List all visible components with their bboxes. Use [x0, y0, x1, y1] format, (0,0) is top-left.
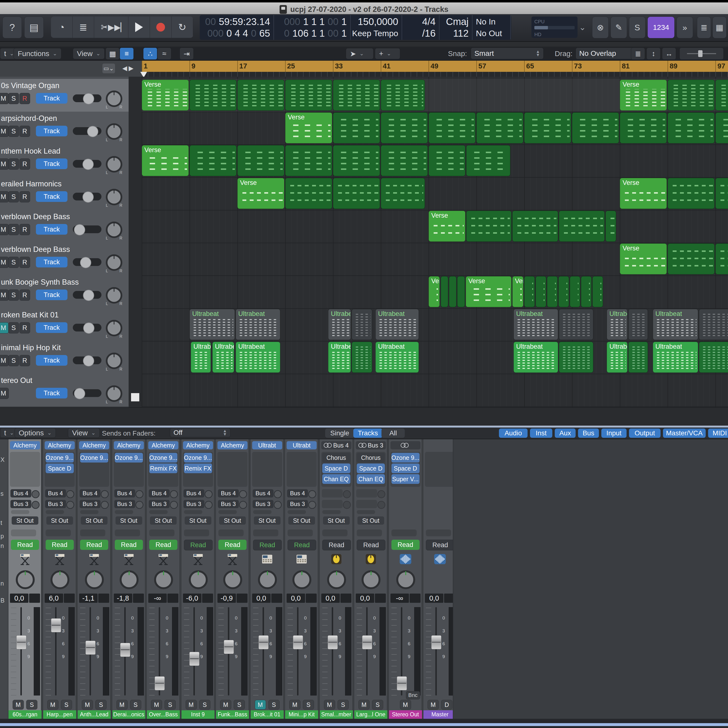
sends-on-faders-dropdown[interactable]: Off▲▼ — [170, 428, 231, 437]
track-s-button[interactable]: S — [8, 224, 19, 235]
region[interactable] — [558, 276, 569, 307]
output-slot[interactable]: St Out — [358, 516, 384, 525]
channel-solo-button[interactable]: S — [338, 700, 349, 710]
mixer-strip[interactable]: Read0,00369MDMaster — [424, 439, 456, 719]
transport-record-button[interactable] — [150, 17, 171, 38]
channel-pan-knob[interactable] — [258, 570, 277, 589]
channel-name[interactable]: Inst 9 — [182, 710, 214, 719]
snap-dropdown[interactable]: Smart▲▼ — [471, 47, 544, 59]
mixer-strip[interactable]: Bus 3ChorusSpace DChan EQSt OutRead0,003… — [354, 439, 387, 719]
volume-fader[interactable] — [120, 643, 130, 657]
send-bus-label[interactable]: Bus 3 — [11, 500, 31, 508]
automation-read-button[interactable]: Read — [253, 540, 282, 551]
track-header[interactable]: unk Boogie Synth BassMSRTrackLR — [0, 275, 128, 309]
track-m-button[interactable]: M — [0, 289, 9, 301]
mixer-strip[interactable]: UltrabtBus 4Bus 3St OutRead0,00369MSMini… — [285, 439, 318, 719]
region[interactable] — [285, 80, 332, 111]
region[interactable]: Ultrabe — [191, 342, 211, 373]
send-slot-empty[interactable] — [321, 489, 352, 498]
send-bus-label[interactable]: Bus 4 — [149, 489, 170, 497]
track-stack-button[interactable]: Track — [36, 191, 67, 202]
send-level-knob[interactable] — [239, 501, 247, 509]
region[interactable]: Verse — [620, 243, 667, 274]
track-m-button[interactable]: M — [0, 322, 9, 333]
region[interactable]: Ultrabeat — [328, 342, 351, 373]
region[interactable] — [428, 112, 476, 144]
send-slot[interactable]: Bus 4 — [217, 489, 248, 498]
region[interactable] — [620, 112, 667, 144]
send-slot-empty[interactable] — [321, 500, 352, 509]
mixer-strip[interactable]: Bus 4ChorusSpace DChan EQSt OutRead0,003… — [320, 439, 353, 719]
channel-solo-button[interactable]: S — [199, 700, 210, 710]
lcd-signature[interactable]: 4/4/16 — [402, 15, 439, 40]
track-volume-slider[interactable] — [73, 258, 101, 266]
audio-fx-plugin[interactable]: Ozone 9... — [149, 453, 177, 462]
track-pan-knob[interactable] — [106, 90, 122, 107]
group-slot[interactable] — [253, 529, 278, 536]
volume-db-value[interactable]: -6,0 — [183, 593, 202, 603]
audio-fx-plugin[interactable]: Chan EQ — [322, 474, 350, 484]
volume-fader[interactable] — [189, 652, 199, 666]
send-slot[interactable]: Bus 3 — [252, 500, 282, 509]
channel-solo-button[interactable]: S — [372, 700, 383, 710]
track-stack-button[interactable]: Track — [36, 126, 67, 136]
track-header[interactable]: verblown Deep BassMSRTrackLR — [0, 243, 128, 276]
volume-db-value[interactable]: -∞ — [390, 593, 409, 603]
track-s-button[interactable]: S — [8, 126, 19, 137]
mixer-filter-tab-bus[interactable]: Bus — [578, 428, 599, 438]
channel-name[interactable]: Mini...p Kit — [285, 710, 318, 719]
region[interactable] — [333, 112, 380, 144]
send-bus-label[interactable]: Bus 3 — [287, 500, 308, 508]
channel-mute-button[interactable]: M — [324, 700, 335, 710]
dial-icon[interactable]: ◔ — [51, 17, 73, 38]
track-header[interactable]: 0s Vintage OrganMSRTrackLR — [0, 79, 128, 112]
instrument-slot[interactable]: Alchemy — [148, 441, 178, 450]
send-bus-label[interactable]: Bus 4 — [218, 489, 239, 497]
group-slot[interactable] — [426, 529, 451, 536]
audio-fx-plugin[interactable]: Ozone 9... — [80, 453, 108, 462]
output-slot[interactable]: St Out — [150, 516, 177, 525]
track-volume-slider[interactable] — [73, 389, 101, 397]
group-slot[interactable] — [184, 529, 209, 536]
region[interactable] — [592, 276, 603, 307]
group-slot[interactable] — [392, 529, 417, 536]
region[interactable] — [572, 112, 619, 144]
automation-read-button[interactable]: Read — [288, 540, 316, 551]
audio-fx-plugin[interactable]: Chorus — [322, 453, 350, 462]
track-m-button[interactable]: M — [0, 224, 9, 235]
send-bus-label[interactable]: Bus 4 — [45, 489, 66, 497]
send-bus-label[interactable]: Bus 3 — [80, 500, 101, 508]
mixer-strip[interactable]: AlchemyOzone 9...Bus 4Bus 3St OutRead-1,… — [78, 439, 111, 719]
audio-fx-plugin[interactable]: Space D — [46, 463, 74, 473]
volume-db-value[interactable]: 0,0 — [356, 593, 374, 603]
channel-solo-button[interactable]: S — [165, 700, 176, 710]
track-volume-slider[interactable] — [73, 324, 101, 332]
volume-db-value[interactable]: 0,0 — [252, 593, 271, 603]
library-button[interactable]: ▦ — [713, 17, 726, 38]
audio-fx-plugin[interactable]: Ozone 9... — [115, 453, 143, 462]
track-lane[interactable]: VerseVerseVerse — [142, 275, 728, 309]
region[interactable] — [428, 145, 465, 176]
region[interactable] — [628, 342, 648, 373]
track-lane[interactable]: Verse — [142, 144, 728, 177]
track-r-button[interactable]: R — [20, 322, 30, 333]
send-slot-empty[interactable] — [356, 489, 386, 498]
send-slot[interactable]: Bus 3 — [148, 500, 178, 509]
track-header[interactable]: tereo OutMTrackLR — [0, 374, 128, 407]
track-lane[interactable]: Verse — [142, 210, 728, 243]
track-r-button[interactable]: R — [20, 289, 30, 301]
region[interactable] — [237, 80, 284, 111]
track-pan-knob[interactable] — [106, 353, 122, 369]
send-slot[interactable]: Bus 3 — [79, 500, 109, 509]
audio-fx-plugin[interactable]: Super V... — [392, 474, 419, 484]
send-slot[interactable]: Bus 3 — [217, 500, 248, 509]
region[interactable] — [716, 178, 728, 209]
instrument-slot[interactable]: Alchemy — [114, 441, 144, 450]
channel-solo-button[interactable]: S — [95, 700, 107, 710]
zoom-slider[interactable] — [679, 47, 723, 60]
track-s-button[interactable]: S — [8, 93, 19, 104]
send-slot[interactable]: Bus 4 — [79, 489, 109, 498]
volume-db-value[interactable]: -∞ — [148, 593, 167, 603]
automation-read-button[interactable]: Read — [184, 540, 213, 551]
track-header-config-icon[interactable]: ▭⌄ — [102, 64, 115, 73]
